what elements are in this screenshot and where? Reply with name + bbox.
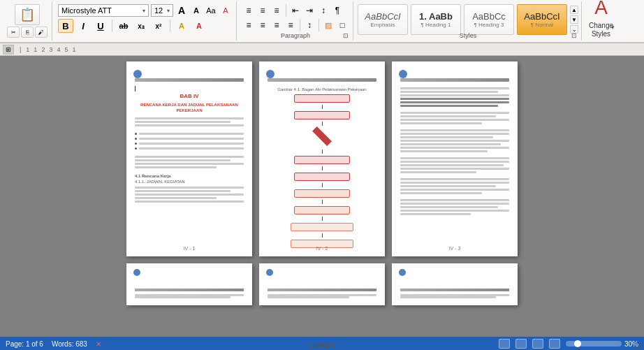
- underline-button[interactable]: U: [93, 19, 108, 33]
- page-6: [392, 263, 518, 305]
- subsection-header: 4.1.1. JADWAL KEGIATAN: [135, 180, 244, 184]
- page-5: [259, 263, 385, 305]
- text-line: [135, 117, 244, 119]
- zoom-slider[interactable]: [566, 341, 622, 347]
- paragraph-expand-button[interactable]: ⊡: [342, 32, 350, 39]
- ruler-content: | 1 1 2 3 4 5 1: [17, 46, 78, 53]
- dense-line: [400, 199, 509, 201]
- flow-box-7: [291, 223, 353, 231]
- cursor: [135, 86, 136, 92]
- show-all-button[interactable]: ¶: [331, 4, 344, 17]
- styles-expand-button[interactable]: ⊡: [570, 32, 578, 39]
- text-line: [135, 121, 230, 123]
- view-selector[interactable]: ⊞: [3, 45, 14, 54]
- dense-line: [400, 178, 509, 180]
- bullet-dot: [135, 143, 137, 145]
- style-normal[interactable]: AaBbCcI ¶ Normal: [517, 4, 567, 35]
- view-outline-button[interactable]: [532, 339, 543, 349]
- styles-scroll-up[interactable]: ▲: [570, 6, 578, 14]
- flow-arrow: [322, 122, 323, 126]
- page6-circle: [399, 269, 406, 276]
- flow-arrow: [322, 183, 323, 187]
- font-name-arrow: ▾: [142, 8, 145, 14]
- font-name-value: Microstyle ATT: [61, 6, 112, 15]
- style-emphasis-preview: AaBbCcI: [365, 11, 400, 22]
- bullets-button[interactable]: ≡: [242, 4, 255, 17]
- shrink-font-button[interactable]: A: [190, 4, 203, 17]
- style-emphasis[interactable]: AaBbCcI Emphasis: [358, 4, 408, 35]
- flow-box-6: [294, 206, 350, 214]
- line-spacing-button[interactable]: ↕: [303, 19, 316, 31]
- font-color-button[interactable]: A: [191, 19, 207, 33]
- page3-body: [400, 87, 509, 215]
- font-size-dropdown[interactable]: 12 ▾: [151, 4, 173, 17]
- grow-font-button[interactable]: A: [175, 4, 188, 17]
- view-print-button[interactable]: [499, 339, 510, 349]
- multilevel-list-button[interactable]: ≡: [270, 4, 283, 17]
- font-section-label: Font: [316, 342, 328, 349]
- bullet-item: [135, 147, 244, 150]
- dense-line: [400, 94, 509, 96]
- change-styles-arrow: ▾: [611, 24, 615, 31]
- style-heading3[interactable]: AaBbCc ¶ Heading 3: [464, 4, 514, 35]
- sort-button[interactable]: ↕: [317, 4, 330, 17]
- page-1: BAB IV RENCANA KERJA DAN JADUAL PELAKSAN…: [126, 61, 252, 256]
- change-styles-section[interactable]: A ChangeStyles ▾: [583, 1, 619, 41]
- decrease-indent-button[interactable]: ⇤: [289, 4, 302, 17]
- paste-button[interactable]: 📋: [15, 4, 40, 25]
- page3-circle: [399, 70, 407, 78]
- font-name-dropdown[interactable]: Microstyle ATT ▾: [58, 4, 149, 17]
- dense-line: [400, 136, 493, 138]
- copy-button[interactable]: ⎘: [21, 27, 34, 38]
- dense-line: [400, 210, 509, 212]
- border-button[interactable]: □: [336, 19, 349, 31]
- bullet-item: [135, 133, 244, 135]
- align-center-button[interactable]: ≡: [256, 19, 269, 31]
- style-heading1[interactable]: 1. AaBb ¶ Heading 1: [411, 4, 461, 35]
- align-right-button[interactable]: ≡: [270, 19, 283, 31]
- status-right: 30%: [499, 339, 638, 349]
- dense-line: [400, 143, 501, 145]
- flow-arrow: [322, 217, 323, 221]
- status-left: Page: 1 of 6 Words: 683 ✕: [6, 340, 490, 348]
- dense-line: [400, 91, 498, 93]
- clipboard-section: 📋 ✂ ⎘ 🖌 Clipboard: [3, 1, 52, 41]
- view-draft-button[interactable]: [549, 339, 560, 349]
- font-expand-button[interactable]: ⊡: [633, 342, 641, 349]
- italic-button[interactable]: I: [75, 19, 91, 33]
- error-indicator[interactable]: ✕: [96, 340, 101, 348]
- dense-line: [400, 105, 498, 107]
- page4-header: [135, 289, 244, 291]
- flow-box-1: [294, 94, 350, 103]
- change-case-button[interactable]: Aa: [205, 4, 217, 17]
- dense-line: [400, 192, 482, 194]
- dense-line: [400, 147, 509, 149]
- strikethrough-button[interactable]: ab: [116, 19, 131, 33]
- paragraph-section: ≡ ≡ ≡ ⇤ ⇥ ↕ ¶ ≡ ≡ ≡ ≡ ↕ ▨ □ Paragraph: [238, 1, 353, 41]
- highlight-color-button[interactable]: A: [174, 19, 189, 33]
- increase-indent-button[interactable]: ⇥: [303, 4, 316, 17]
- cut-button[interactable]: ✂: [7, 27, 20, 38]
- styles-scroll-down[interactable]: ▼: [570, 15, 578, 24]
- paragraph-label: Paragraph: [281, 32, 310, 39]
- change-styles-label: ChangeStyles: [589, 22, 613, 38]
- superscript-button[interactable]: x²: [151, 19, 166, 33]
- dense-line: [400, 101, 509, 103]
- clear-format-button[interactable]: A: [219, 4, 232, 17]
- subscript-button[interactable]: x₂: [133, 19, 149, 33]
- pages-row-bottom: [6, 263, 638, 305]
- text-line: [135, 163, 244, 165]
- bold-button[interactable]: B: [58, 19, 73, 33]
- dense-line: [400, 150, 488, 152]
- align-left-button[interactable]: ≡: [242, 19, 255, 31]
- numbering-button[interactable]: ≡: [256, 4, 269, 17]
- flow-arrow: [322, 105, 323, 109]
- format-painter-button[interactable]: 🖌: [35, 27, 47, 38]
- styles-scroll: ▲ ▼ ⌄: [570, 4, 578, 35]
- dense-line: [400, 157, 509, 159]
- flow-box-4: [294, 173, 350, 181]
- justify-button[interactable]: ≡: [284, 19, 297, 31]
- shading-button[interactable]: ▨: [322, 19, 335, 31]
- view-web-button[interactable]: [515, 339, 527, 349]
- text-line: [135, 156, 244, 158]
